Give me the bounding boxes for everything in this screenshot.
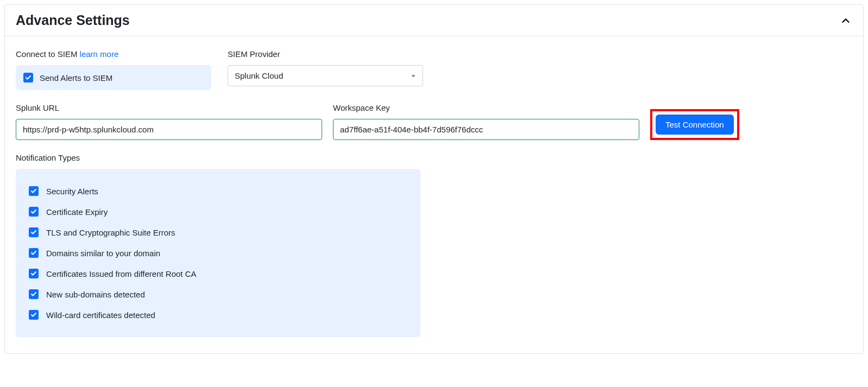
notif-label-text: TLS and Cryptographic Suite Errors <box>46 228 175 237</box>
list-item: New sub-domains detected <box>23 284 413 304</box>
splunk-url-label: Splunk URL <box>16 103 322 112</box>
advance-settings-panel: Advance Settings Connect to SIEM learn m… <box>4 4 864 354</box>
connect-to-siem-label: Connect to SIEM learn more <box>16 49 217 59</box>
test-connection-highlight: Test Connection <box>650 109 739 140</box>
splunk-url-input[interactable] <box>16 119 322 140</box>
notification-types-label: Notification Types <box>16 153 852 162</box>
notif-checkbox-wildcard[interactable] <box>29 310 39 320</box>
panel-header[interactable]: Advance Settings <box>5 5 863 36</box>
workspace-key-label: Workspace Key <box>333 103 639 112</box>
send-alerts-container: Send Alerts to SIEM <box>16 65 211 90</box>
list-item: Wild-card certificates detected <box>23 304 413 325</box>
list-item: Certificates Issued from different Root … <box>23 263 413 284</box>
send-alerts-label: Send Alerts to SIEM <box>40 73 112 83</box>
siem-provider-select[interactable]: Splunk Cloud <box>228 65 423 86</box>
svg-marker-0 <box>412 75 416 77</box>
notif-label-text: New sub-domains detected <box>46 290 145 299</box>
notif-label-text: Wild-card certificates detected <box>46 310 155 320</box>
test-connection-button[interactable]: Test Connection <box>656 115 734 135</box>
notif-checkbox-similar-domains[interactable] <box>29 248 39 258</box>
siem-provider-label: SIEM Provider <box>228 49 429 59</box>
send-alerts-checkbox[interactable] <box>23 73 33 83</box>
siem-provider-value: Splunk Cloud <box>235 71 283 80</box>
list-item: TLS and Cryptographic Suite Errors <box>23 222 413 243</box>
caret-down-icon <box>411 71 416 80</box>
connect-text: Connect to SIEM <box>16 49 80 59</box>
list-item: Certificate Expiry <box>23 201 413 222</box>
panel-title: Advance Settings <box>16 12 130 28</box>
notif-checkbox-certificate-expiry[interactable] <box>29 207 39 217</box>
list-item: Security Alerts <box>23 181 413 201</box>
notif-checkbox-tls-errors[interactable] <box>29 227 39 237</box>
notif-label-text: Certificates Issued from different Root … <box>46 269 197 278</box>
chevron-up-icon[interactable] <box>839 14 852 27</box>
learn-more-link[interactable]: learn more <box>80 49 119 59</box>
notif-checkbox-security-alerts[interactable] <box>29 186 39 196</box>
list-item: Domains similar to your domain <box>23 243 413 263</box>
notification-types-panel: Security Alerts Certificate Expiry TLS a… <box>16 169 420 337</box>
notif-label-text: Security Alerts <box>46 187 98 196</box>
notif-checkbox-sub-domains[interactable] <box>29 289 39 299</box>
notif-checkbox-root-ca[interactable] <box>29 269 39 278</box>
notif-label-text: Domains similar to your domain <box>46 249 160 258</box>
notif-label-text: Certificate Expiry <box>46 207 108 217</box>
workspace-key-input[interactable] <box>333 119 639 140</box>
panel-body: Connect to SIEM learn more Send Alerts t… <box>5 36 863 353</box>
